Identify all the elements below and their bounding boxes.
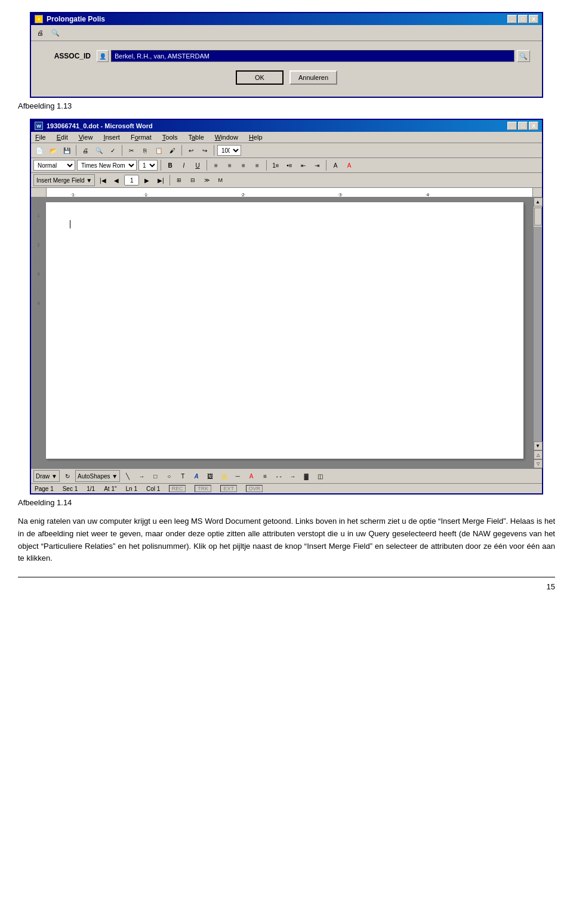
menu-format[interactable]: Format — [129, 133, 153, 141]
word-close-button[interactable]: X — [529, 122, 538, 130]
close-button[interactable]: X — [529, 15, 538, 23]
draw-menu-button[interactable]: Draw ▼ — [33, 470, 60, 482]
maximize-button[interactable]: □ — [518, 15, 528, 23]
fill-color-button[interactable]: ▥ — [218, 470, 230, 482]
search-icon[interactable]: 🔍 — [49, 27, 62, 39]
menu-table[interactable]: Table — [186, 133, 205, 141]
cut-button[interactable]: ✂ — [125, 144, 137, 156]
num-list-button[interactable]: 1≡ — [270, 159, 282, 171]
rect-tool[interactable]: □ — [149, 470, 161, 482]
record-number-input[interactable] — [124, 175, 139, 186]
ruler-mark-1: ·1· — [71, 193, 76, 197]
align-right-button[interactable]: ≡ — [238, 159, 249, 171]
cancel-button[interactable]: Annuleren — [289, 70, 337, 85]
titlebar-buttons: _ □ X — [507, 15, 538, 23]
prev-record-button[interactable]: |◀ — [97, 174, 109, 186]
merge-icons-1[interactable]: ⊞ — [173, 174, 185, 186]
new-doc-button[interactable]: 📄 — [33, 144, 45, 156]
highlight-button[interactable]: A — [329, 159, 341, 171]
zoom-dropdown[interactable]: 100% — [217, 145, 241, 156]
merge-icons-4[interactable]: M — [214, 174, 226, 186]
menu-edit[interactable]: Edit — [55, 133, 70, 141]
fig1-caption: Afbeelding 1.13 — [18, 101, 555, 110]
font-dropdown[interactable]: Times New Roman — [77, 160, 137, 171]
increase-indent-button[interactable]: ⇥ — [311, 159, 323, 171]
line-style-button[interactable]: ≡ — [259, 470, 271, 482]
word-titlebar-left: W 193066741_0.dot - Microsoft Word — [35, 122, 153, 130]
shadow-button[interactable]: ▓ — [300, 470, 312, 482]
word-minimize-button[interactable]: _ — [507, 122, 517, 130]
save-button[interactable]: 💾 — [61, 144, 73, 156]
dash-style-button[interactable]: - - — [273, 470, 285, 482]
font-size-dropdown[interactable]: 12 — [138, 160, 158, 171]
font-color-draw-button[interactable]: A — [245, 470, 257, 482]
scroll-pagedown-button[interactable]: ▽ — [534, 459, 543, 468]
insert-merge-field-button[interactable]: Insert Merge Field ▼ — [33, 174, 95, 186]
font-color-button[interactable]: A — [343, 159, 355, 171]
align-center-button[interactable]: ≡ — [224, 159, 236, 171]
merge-icons-3[interactable]: ≫ — [201, 174, 212, 186]
underline-button[interactable]: U — [192, 159, 204, 171]
print-preview-button[interactable]: 🔍 — [93, 144, 105, 156]
toolbar-sep-2 — [122, 145, 122, 156]
word-titlebar: W 193066741_0.dot - Microsoft Word _ □ X — [31, 120, 542, 132]
decrease-indent-button[interactable]: ⇤ — [297, 159, 309, 171]
paste-button[interactable]: 📋 — [153, 144, 165, 156]
menu-help[interactable]: Help — [247, 133, 264, 141]
autoshapes-button[interactable]: AutoShapes ▼ — [75, 470, 120, 482]
dialog-title: Prolongatie Polis — [47, 15, 105, 23]
undo-button[interactable]: ↩ — [185, 144, 197, 156]
word-scrollbar-right: ▲ ▼ △ ▽ — [533, 197, 542, 468]
scroll-up-button[interactable]: ▲ — [534, 197, 543, 206]
ok-button[interactable]: OK — [236, 70, 284, 85]
prev-button[interactable]: ◀ — [110, 174, 122, 186]
print-button[interactable]: 🖨 — [79, 144, 91, 156]
rotate-button[interactable]: ↻ — [61, 470, 73, 482]
bold-button[interactable]: B — [164, 159, 176, 171]
menu-view[interactable]: View — [77, 133, 95, 141]
bullet-list-button[interactable]: •≡ — [284, 159, 295, 171]
arrow-tool[interactable]: → — [135, 470, 147, 482]
align-left-button[interactable]: ≡ — [210, 159, 222, 171]
next-button[interactable]: ▶ — [141, 174, 153, 186]
italic-button[interactable]: I — [178, 159, 190, 171]
lookup-icon[interactable]: 🔍 — [517, 50, 530, 62]
dialog-body: ASSOC_ID 👤 Berkel, R.H., van, AMSTERDAM … — [31, 41, 542, 97]
print-icon[interactable]: 🖨 — [33, 27, 47, 39]
menu-file[interactable]: File — [33, 133, 48, 141]
line-color-button[interactable]: ─ — [232, 470, 244, 482]
scroll-down-button[interactable]: ▼ — [534, 441, 543, 450]
justify-button[interactable]: ≡ — [251, 159, 263, 171]
menu-tools[interactable]: Tools — [161, 133, 180, 141]
word-maximize-button[interactable]: □ — [518, 122, 528, 130]
spellcheck-button[interactable]: ✓ — [107, 144, 119, 156]
copy-button[interactable]: ⎘ — [139, 144, 151, 156]
wordart-tool[interactable]: A — [190, 470, 202, 482]
scroll-thumb[interactable] — [534, 208, 542, 225]
word-page[interactable] — [46, 202, 523, 459]
merge-icons-2[interactable]: ⊟ — [187, 174, 199, 186]
redo-button[interactable]: ↪ — [199, 144, 211, 156]
assoc-id-field[interactable]: Berkel, R.H., van, AMSTERDAM — [111, 50, 515, 62]
scroll-track — [534, 227, 542, 441]
fmt-sep-1 — [161, 160, 161, 171]
dialog-action-buttons: OK Annuleren — [43, 70, 530, 85]
menu-window[interactable]: Window — [213, 133, 240, 141]
style-dropdown[interactable]: Normal — [33, 160, 75, 171]
ruler-mark-4: ·3· — [338, 193, 343, 197]
scroll-pageup-button[interactable]: △ — [534, 450, 543, 459]
arrow-style-button[interactable]: → — [286, 470, 298, 482]
clipart-tool[interactable]: 🖼 — [204, 470, 216, 482]
open-button[interactable]: 📂 — [47, 144, 59, 156]
next-record-button[interactable]: ▶| — [155, 174, 167, 186]
word-content-area: · 1 · 2 · 3 · 4 ▲ ▼ △ — [31, 197, 542, 468]
textbox-tool[interactable]: T — [177, 470, 189, 482]
menu-insert[interactable]: Insert — [101, 133, 122, 141]
dialog-icon: ▪ — [35, 15, 43, 23]
oval-tool[interactable]: ○ — [163, 470, 175, 482]
3d-button[interactable]: ◫ — [314, 470, 326, 482]
person-icon[interactable]: 👤 — [97, 50, 109, 62]
format-painter-button[interactable]: 🖌 — [167, 144, 178, 156]
line-tool[interactable]: ╲ — [122, 470, 134, 482]
minimize-button[interactable]: _ — [507, 15, 517, 23]
